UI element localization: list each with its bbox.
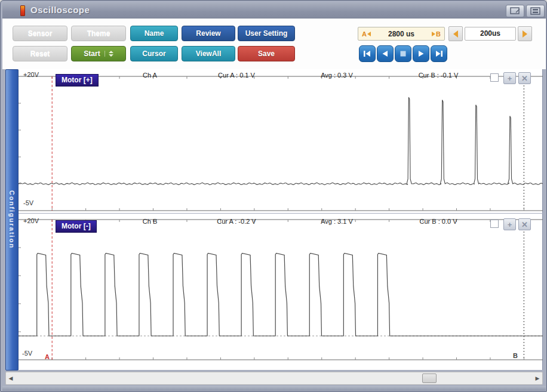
cursor-a-axis-label[interactable]: A bbox=[45, 353, 50, 360]
ab-range-display: A 2800 us B bbox=[358, 27, 445, 41]
y-max-label: +20V bbox=[23, 71, 39, 78]
avg-readout: Avg : 0.3 V bbox=[298, 72, 376, 79]
y-min-label: -5V bbox=[23, 199, 33, 206]
split-arrows-icon bbox=[105, 51, 113, 57]
name-button[interactable]: Name bbox=[130, 26, 178, 41]
oscilloscope-window: Oscilloscope Sensor Theme Name Review Us… bbox=[0, 0, 547, 392]
chart-b-header: +20V Motor [-] Ch B Cur A : -0.2 V Avg :… bbox=[19, 214, 542, 232]
y-max-label: +20V bbox=[23, 217, 39, 224]
stop-icon bbox=[400, 50, 407, 57]
cursor-b-marker: B bbox=[432, 30, 441, 38]
timebase-decrease-button[interactable] bbox=[448, 26, 463, 41]
app-icon bbox=[20, 5, 25, 16]
skip-start-icon bbox=[363, 50, 371, 57]
cursor-a-readout: Cur A : -0.2 V bbox=[198, 218, 275, 225]
left-triangle-icon bbox=[367, 32, 371, 36]
chart-panel-motor-minus: +20V Motor [-] Ch B Cur A : -0.2 V Avg :… bbox=[19, 214, 543, 370]
chart-panel-motor-plus: +20V Motor [+] Ch A Cur A : 0.1 V Avg : … bbox=[19, 69, 543, 213]
skip-end-icon bbox=[435, 50, 443, 57]
sensor-button[interactable]: Sensor bbox=[13, 26, 67, 41]
close-channel-button[interactable]: ✕ bbox=[518, 72, 531, 84]
skip-to-end-button[interactable] bbox=[431, 45, 447, 62]
step-back-button[interactable] bbox=[377, 45, 394, 62]
reset-button[interactable]: Reset bbox=[13, 46, 67, 61]
channel-name-badge[interactable]: Motor [-] bbox=[56, 220, 97, 233]
start-button-label: Start bbox=[84, 47, 100, 61]
right-triangle-icon bbox=[432, 32, 435, 36]
cursor-a-marker: A bbox=[362, 30, 371, 38]
cursor-b-readout: Cur B : -0.1 V bbox=[400, 72, 477, 79]
review-button[interactable]: Review bbox=[182, 26, 235, 41]
capture-button[interactable] bbox=[506, 5, 524, 17]
monitor-icon bbox=[510, 7, 521, 15]
timebase-value: 200us bbox=[465, 27, 516, 41]
chart-a-header: +20V Motor [+] Ch A Cur A : 0.1 V Avg : … bbox=[19, 69, 542, 87]
channel-id-label: Ch B bbox=[111, 218, 189, 225]
y-min-label: -5V bbox=[22, 350, 32, 357]
layout-button[interactable] bbox=[526, 5, 545, 17]
toolbar: Sensor Theme Name Review User Setting Re… bbox=[2, 18, 546, 69]
stacked-panes-icon bbox=[530, 7, 541, 15]
add-channel-button[interactable]: + bbox=[503, 72, 516, 84]
user-setting-button[interactable]: User Setting bbox=[238, 26, 295, 41]
horizontal-scrollbar[interactable]: ◀ ▶ bbox=[5, 372, 543, 385]
close-channel-button[interactable]: ✕ bbox=[518, 218, 531, 230]
waveform-chart-a[interactable] bbox=[19, 69, 543, 213]
window-title: Oscilloscope bbox=[30, 5, 90, 15]
cursor-b-readout: Cur B : 0.0 V bbox=[400, 218, 477, 225]
avg-readout: Avg : 3.1 V bbox=[298, 218, 376, 225]
ab-range-value: 2800 us bbox=[388, 30, 414, 38]
left-arrow-icon bbox=[453, 30, 458, 38]
theme-button[interactable]: Theme bbox=[71, 26, 126, 41]
scroll-right-arrow[interactable]: ▶ bbox=[533, 372, 542, 384]
configuration-label: Configuration bbox=[8, 190, 16, 249]
right-arrow-icon bbox=[523, 30, 527, 38]
timebase-increase-button[interactable] bbox=[518, 26, 532, 41]
configuration-sidebar[interactable]: Configuration bbox=[5, 69, 19, 371]
play-icon bbox=[417, 50, 425, 57]
viewall-button[interactable]: ViewAll bbox=[182, 46, 235, 61]
channel-visibility-checkbox[interactable] bbox=[490, 220, 499, 228]
back-icon bbox=[382, 50, 389, 57]
save-button[interactable]: Save bbox=[238, 46, 295, 61]
play-button[interactable] bbox=[413, 45, 429, 62]
window-bottom-edge bbox=[2, 386, 546, 391]
cursor-a-readout: Cur A : 0.1 V bbox=[198, 72, 275, 79]
cursor-button[interactable]: Cursor bbox=[130, 46, 178, 61]
cursor-b-axis-label[interactable]: B bbox=[513, 352, 518, 359]
scroll-left-arrow[interactable]: ◀ bbox=[6, 372, 16, 384]
waveform-chart-b[interactable] bbox=[19, 214, 543, 370]
channel-visibility-checkbox[interactable] bbox=[490, 73, 499, 82]
titlebar[interactable]: Oscilloscope bbox=[2, 2, 546, 18]
channel-id-label: Ch A bbox=[111, 72, 189, 79]
channel-name-badge[interactable]: Motor [+] bbox=[56, 74, 99, 87]
skip-to-start-button[interactable] bbox=[359, 45, 376, 62]
add-channel-button[interactable]: + bbox=[503, 218, 516, 230]
scrollbar-thumb[interactable] bbox=[422, 374, 437, 383]
start-button[interactable]: Start bbox=[71, 46, 126, 61]
stop-button[interactable] bbox=[395, 45, 411, 62]
